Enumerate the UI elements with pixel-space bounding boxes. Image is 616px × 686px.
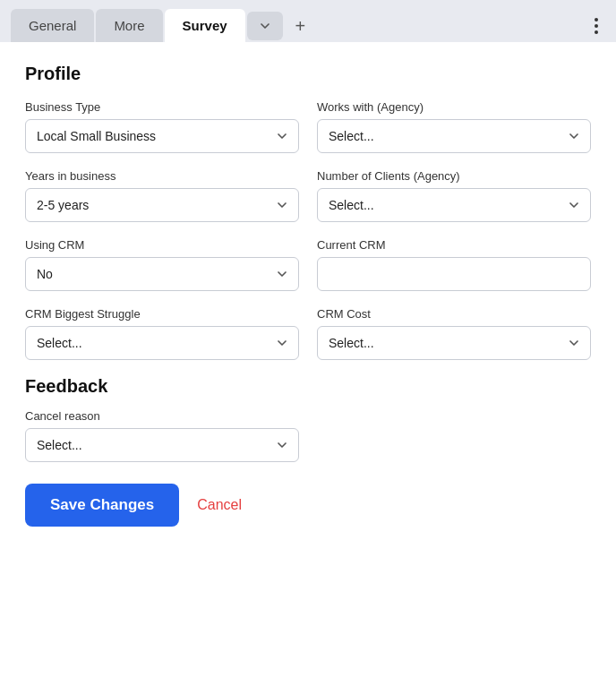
crm-biggest-struggle-group: CRM Biggest Struggle Select... Usability… [25,307,299,360]
crm-cost-select[interactable]: Select... Free $1-$50/mo $51-$200/mo $20… [317,326,591,360]
business-type-select[interactable]: Local Small Business Enterprise Startup … [25,119,299,153]
profile-section-title: Profile [25,64,591,84]
three-dots-icon [595,18,598,34]
works-with-select[interactable]: Select... Yes No [317,119,591,153]
feedback-section-title: Feedback [25,376,591,397]
business-type-label: Business Type [25,100,299,114]
cancel-reason-label: Cancel reason [25,409,299,423]
tab-general[interactable]: General [11,9,94,42]
years-in-business-label: Years in business [25,169,299,183]
tab-survey[interactable]: Survey [165,9,245,42]
add-tab-button[interactable]: + [285,10,317,42]
using-crm-label: Using CRM [25,238,299,252]
crm-cost-label: CRM Cost [317,307,591,321]
crm-cost-group: CRM Cost Select... Free $1-$50/mo $51-$2… [317,307,591,360]
number-of-clients-label: Number of Clients (Agency) [317,169,591,183]
feedback-section: Feedback Cancel reason Select... Too exp… [25,376,591,462]
years-in-business-select[interactable]: Select... Less than 1 year 1-2 years 2-5… [25,188,299,222]
works-with-label: Works with (Agency) [317,100,591,114]
save-changes-button[interactable]: Save Changes [25,484,179,527]
using-crm-select[interactable]: Yes No [25,257,299,291]
current-crm-input[interactable] [317,257,591,291]
content-area: Profile Business Type Local Small Busine… [0,42,616,686]
number-of-clients-group: Number of Clients (Agency) Select... 1-5… [317,169,591,222]
form-row-4: CRM Biggest Struggle Select... Usability… [25,307,591,360]
tab-dropdown-button[interactable] [247,12,283,40]
works-with-group: Works with (Agency) Select... Yes No [317,100,591,153]
cancel-reason-group: Cancel reason Select... Too expensive Mi… [25,409,299,462]
cancel-reason-select[interactable]: Select... Too expensive Missing features… [25,428,299,462]
form-row-3: Using CRM Yes No Current CRM [25,238,591,291]
crm-biggest-struggle-select[interactable]: Select... Usability Cost Features Suppor… [25,326,299,360]
chevron-down-icon [258,19,272,33]
form-row-2: Years in business Select... Less than 1 … [25,169,591,222]
form-row-1: Business Type Local Small Business Enter… [25,100,591,153]
tab-bar: General More Survey + [0,0,616,42]
number-of-clients-select[interactable]: Select... 1-5 6-20 21-50 50+ [317,188,591,222]
using-crm-group: Using CRM Yes No [25,238,299,291]
crm-biggest-struggle-label: CRM Biggest Struggle [25,307,299,321]
years-in-business-group: Years in business Select... Less than 1 … [25,169,299,222]
button-row: Save Changes Cancel [25,484,591,527]
current-crm-group: Current CRM [317,238,591,291]
cancel-button[interactable]: Cancel [197,497,242,513]
more-options-button[interactable] [587,13,605,39]
current-crm-label: Current CRM [317,238,591,252]
tab-more[interactable]: More [96,9,162,42]
business-type-group: Business Type Local Small Business Enter… [25,100,299,153]
